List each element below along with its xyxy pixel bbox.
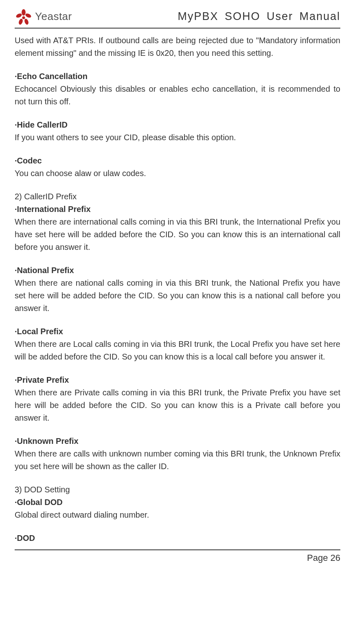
svg-point-4: [18, 18, 23, 25]
header-divider: [15, 28, 340, 29]
codec-text: You can choose alaw or ulaw codes.: [15, 167, 340, 180]
hide-callerid-text: If you want others to see your CID, plea…: [15, 131, 340, 144]
local-prefix-text: When there are Local calls coming in via…: [15, 338, 340, 363]
brand-name: Yeastar: [35, 10, 72, 23]
page-number: Page 26: [15, 553, 340, 571]
document-page: Yeastar MyPBX SOHO User Manual Used with…: [0, 0, 355, 644]
section-2-heading: 2) CallerID Prefix: [15, 190, 340, 203]
unknown-prefix-text: When there are calls with unknown number…: [15, 448, 340, 473]
local-prefix-heading: ·Local Prefix: [15, 325, 340, 338]
dod-heading: ·DOD: [15, 532, 340, 545]
svg-point-0: [22, 16, 25, 19]
flower-logo-icon: [15, 7, 33, 25]
international-prefix-heading: ·International Prefix: [15, 203, 340, 216]
national-prefix-heading: ·National Prefix: [15, 264, 340, 277]
svg-point-2: [15, 13, 22, 18]
footer-divider: [15, 549, 340, 550]
unknown-prefix-heading: ·Unknown Prefix: [15, 435, 340, 448]
document-title: MyPBX SOHO User Manual: [178, 10, 340, 23]
brand-logo-group: Yeastar: [15, 7, 72, 25]
svg-point-3: [25, 13, 32, 18]
private-prefix-heading: ·Private Prefix: [15, 374, 340, 386]
national-prefix-text: When there are national calls coming in …: [15, 277, 340, 315]
international-prefix-text: When there are international calls comin…: [15, 216, 340, 254]
svg-point-5: [24, 18, 29, 25]
document-body: Used with AT&T PRIs. If outbound calls a…: [15, 34, 340, 545]
svg-point-1: [22, 9, 26, 15]
echo-cancellation-text: Echocancel Obviously this disables or en…: [15, 83, 340, 108]
page-header: Yeastar MyPBX SOHO User Manual: [15, 7, 340, 27]
private-prefix-text: When there are Private calls coming in v…: [15, 386, 340, 424]
intro-paragraph: Used with AT&T PRIs. If outbound calls a…: [15, 34, 340, 60]
section-3-heading: 3) DOD Setting: [15, 483, 340, 496]
codec-heading: ·Codec: [15, 154, 340, 167]
global-dod-text: Global direct outward dialing number.: [15, 509, 340, 521]
global-dod-heading: ·Global DOD: [15, 496, 340, 509]
hide-callerid-heading: ·Hide CallerID: [15, 119, 340, 131]
echo-cancellation-heading: ·Echo Cancellation: [15, 70, 340, 83]
